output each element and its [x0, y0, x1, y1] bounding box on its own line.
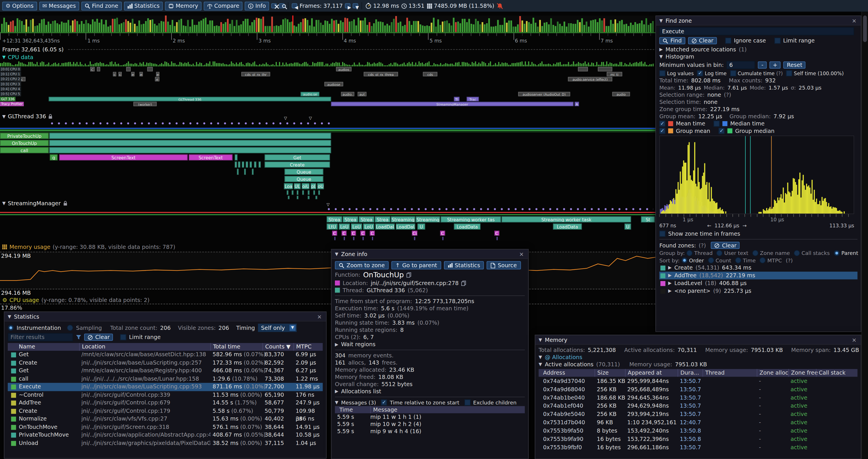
cpu-zone[interactable]: A: [575, 102, 579, 106]
allocation-row[interactable]: 0x7553b9fa9016 bytes153,722,396ns13:50.8…: [538, 435, 857, 443]
stats-row[interactable]: Createjni/../jni/src/guif/Control.cpp:17…: [8, 407, 323, 415]
timeline-zone[interactable]: [334, 237, 336, 240]
stats-row[interactable]: ~Controljni/../jni/src/guif/Control.cpp:…: [8, 391, 323, 399]
find-zone-query-input[interactable]: [659, 27, 854, 35]
frame-bar[interactable]: [484, 24, 486, 32]
frame-bar[interactable]: [464, 19, 466, 32]
notifications-muted-icon[interactable]: [497, 3, 503, 9]
allocation-row[interactable]: 0x7553b9fa508 bytes153,492,240ns13:50.8M…: [538, 427, 857, 435]
frame-bar[interactable]: [298, 24, 300, 32]
frame-bar[interactable]: [468, 19, 470, 32]
frame-bar[interactable]: [360, 21, 362, 32]
frame-bar[interactable]: [309, 25, 310, 32]
timeline-zone[interactable]: Strea: [375, 217, 390, 223]
vertical-scrollbar[interactable]: [861, 11, 868, 459]
timeline-zone[interactable]: [238, 162, 240, 168]
frame-bar[interactable]: [353, 20, 355, 32]
frame-bar[interactable]: [63, 23, 65, 32]
frame-bar[interactable]: [3, 18, 5, 32]
frame-bar[interactable]: [351, 21, 353, 32]
frame-bar[interactable]: [251, 22, 253, 32]
zone-location[interactable]: jni/../jni/src/guif/Screen.cpp:278: [371, 280, 459, 286]
cpu-zone[interactable]: cds_ol_rx_thr: [241, 72, 270, 76]
frame-bar[interactable]: [460, 23, 461, 32]
frame-bar[interactable]: [302, 19, 304, 32]
timeline-zone[interactable]: [235, 155, 238, 160]
stats-row[interactable]: Unloadjni/../jni/src/claw/graphics/pixel…: [8, 439, 323, 447]
frame-bar[interactable]: [402, 26, 404, 32]
frame-bar[interactable]: [621, 20, 623, 32]
frame-bar[interactable]: [373, 23, 375, 32]
cpu-zone[interactable]: GLThread 336: [49, 97, 331, 101]
timeline-zone[interactable]: C: [332, 231, 337, 236]
frame-bar[interactable]: [172, 20, 173, 32]
timeline-zone[interactable]: U: [624, 224, 631, 230]
frame-bar[interactable]: [103, 25, 104, 32]
frame-bar[interactable]: [70, 26, 71, 32]
frame-bar[interactable]: [393, 19, 395, 32]
timeline-zone[interactable]: Ci: [412, 231, 417, 236]
cpu-zone[interactable]: aut: [358, 92, 367, 96]
timeline-zone[interactable]: LoadDaU: [375, 224, 395, 230]
messages-button[interactable]: ✉Messages: [39, 1, 79, 10]
frame-bar[interactable]: [630, 23, 631, 32]
frame-bar[interactable]: [398, 22, 399, 32]
frame-bar[interactable]: [415, 21, 417, 32]
frame-bar[interactable]: [448, 23, 450, 32]
stats-row[interactable]: Get/mnt/e/claw/src/claw/base/Registry.hp…: [8, 367, 323, 375]
frame-bar[interactable]: [189, 26, 191, 32]
frame-bar[interactable]: [501, 25, 503, 32]
frame-bar[interactable]: [488, 18, 490, 32]
frame-bar[interactable]: [650, 23, 652, 32]
frame-bar[interactable]: [590, 21, 592, 32]
found-zone-group[interactable]: ▶Create(54,131)643.34 ms: [659, 264, 857, 271]
timeline-zone[interactable]: C: [351, 231, 356, 236]
frame-bar[interactable]: [72, 21, 74, 32]
frame-bar[interactable]: [479, 24, 481, 32]
frame-bar[interactable]: [526, 21, 528, 32]
memory-window-titlebar[interactable]: ▼Memory×: [535, 335, 861, 345]
frame-bar[interactable]: [178, 20, 180, 32]
timeline-zone[interactable]: Streaming: [415, 217, 440, 223]
frame-bar[interactable]: [152, 19, 153, 32]
allocations-expander[interactable]: ▼@ Allocations: [538, 354, 857, 361]
frame-bar[interactable]: [34, 26, 36, 32]
stats-row[interactable]: PrivateTouchMovejni/../jni/src/claw/appl…: [8, 431, 323, 439]
find-zone-button[interactable]: Find zone: [81, 1, 122, 10]
frame-bar[interactable]: [17, 19, 19, 32]
frame-bar[interactable]: [466, 22, 468, 32]
frame-bar[interactable]: [530, 24, 532, 32]
clear-filter-button[interactable]: Clear: [84, 333, 113, 341]
median-time-checkbox[interactable]: [713, 121, 719, 127]
frame-bar[interactable]: [238, 26, 240, 32]
timeline-zone[interactable]: [292, 190, 293, 195]
frame-bar[interactable]: [59, 24, 60, 32]
timeline-zone[interactable]: UL: [294, 183, 301, 189]
frame-bar[interactable]: [439, 25, 441, 32]
parent-radio[interactable]: [834, 250, 840, 256]
frame-bar[interactable]: [510, 21, 512, 32]
frame-bar[interactable]: [287, 19, 288, 32]
cpu-zone[interactable]: audio.service (effect): [568, 77, 612, 81]
filter-input[interactable]: [8, 333, 73, 341]
frame-bar[interactable]: [493, 26, 494, 32]
statistics-button[interactable]: Statistics: [124, 1, 163, 10]
find-zone-window-titlebar[interactable]: ▼Find zone×: [656, 16, 861, 26]
cpu-zone[interactable]: c: [118, 72, 122, 76]
cpu-zone[interactable]: e: [131, 72, 135, 76]
frame-bar[interactable]: [234, 26, 235, 32]
frame-bar[interactable]: [544, 23, 546, 32]
frame-bar[interactable]: [125, 19, 127, 32]
stats-row[interactable]: Executejni/../jni/src/claw/base/LuaScrip…: [8, 383, 323, 391]
go-to-parent-button[interactable]: ↑Go to parent: [392, 261, 441, 269]
frame-bar[interactable]: [380, 22, 381, 32]
frame-bar[interactable]: [451, 25, 453, 32]
cpu-zone[interactable]: audio.: [341, 92, 354, 96]
frame-bar[interactable]: [256, 18, 257, 32]
frame-bar[interactable]: [355, 26, 357, 32]
timeline-zone[interactable]: C: [494, 231, 499, 236]
frame-bar[interactable]: [364, 18, 366, 32]
frame-bar[interactable]: [608, 26, 610, 32]
frame-bar[interactable]: [497, 20, 499, 32]
frame-bar[interactable]: [457, 22, 459, 32]
